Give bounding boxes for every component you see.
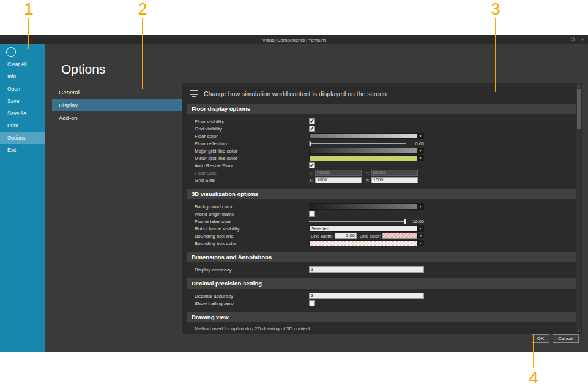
floor-reflection-slider[interactable]: 0.00 [309,141,424,146]
dialog-footer: OK Cancel [532,334,579,343]
sidebar-item-save[interactable]: Save [0,95,45,107]
scrollbar-thumb[interactable] [577,89,581,129]
decimal-rows: Decimal accuracy 3 Show trailing zero ✓ [187,292,424,307]
file-menu-sidebar: ← Clear All Info Open Save Save As Print… [0,44,45,352]
grid-visibility-checkbox[interactable]: ✓ [309,126,315,132]
show-trailing-zero-label: Show trailing zero [195,301,309,306]
row-bounding-box-line: Bounding box line Line width: 2.00 Line … [195,232,424,240]
sidebar-item-exit[interactable]: Exit [0,144,45,156]
chevron-down-icon[interactable]: ▼ [417,226,423,231]
slider-track[interactable] [309,221,406,222]
grid-size-y-field[interactable]: 1000 [371,177,418,183]
floor-size-x-field: 50000 [315,170,362,176]
chevron-down-icon[interactable]: ▼ [417,148,423,153]
major-grid-color-swatch [310,148,417,153]
annotation-line-2 [142,18,143,89]
annotation-line-3 [495,18,496,92]
display-accuracy-label: Display accuracy [195,267,309,273]
chevron-down-icon[interactable]: ▼ [417,204,423,209]
chevron-down-icon[interactable]: ▼ [417,134,423,138]
display-accuracy-field[interactable]: 1 [309,266,424,273]
sidebar-item-open[interactable]: Open [0,83,45,95]
row-background-color: Background color ▼ [195,203,424,210]
floor-color-swatch [310,134,417,138]
display-icon [190,90,198,97]
auto-resize-floor-checkbox[interactable]: ✓ [309,162,315,168]
floor-reflection-label: Floor reflection [195,141,309,146]
viz-options-rows: Background color ▼ World origin frame ✓ … [187,203,424,247]
background-color-swatch [310,204,417,209]
back-button[interactable]: ← [6,47,16,57]
background-color-picker[interactable]: ▼ [309,203,424,210]
panel-scrollbar[interactable]: ▲ ▼ [576,83,581,333]
row-grid-visibility: Grid visibility ✓ [195,125,424,132]
sidebar-item-save-as[interactable]: Save As [0,107,45,119]
scroll-down-icon[interactable]: ▼ [578,328,581,333]
section-drawing-view: Drawing view [187,312,576,322]
window-controls: — ❐ ✕ [560,35,584,44]
line-width-label: Line width: [311,233,333,239]
major-grid-color-picker[interactable]: ▼ [309,148,424,154]
sidebar-item-options[interactable]: Options [0,132,45,144]
auto-resize-floor-label: Auto Resize Floor [195,163,309,168]
floor-color-picker[interactable]: ▼ [309,133,424,139]
x-label: X: [309,178,313,183]
close-icon[interactable]: ✕ [581,37,584,42]
world-origin-frame-checkbox[interactable]: ✓ [309,211,315,217]
minimize-icon[interactable]: — [560,37,565,42]
row-auto-resize-floor: Auto Resize Floor ✓ [195,162,424,169]
chevron-down-icon[interactable]: ▼ [417,241,423,246]
frame-label-size-slider[interactable]: 10.00 [309,219,424,224]
check-icon: ✓ [310,118,314,124]
annotation-4: 4 [529,369,538,387]
section-floor-display-options: Floor display options [187,104,576,114]
annotation-line-4 [533,334,534,368]
cancel-button[interactable]: Cancel [553,334,579,343]
floor-color-label: Floor color [195,134,309,139]
frame-label-size-label: Frame label size [195,219,309,224]
row-grid-size: Grid Size X: 1000 Y: 1000 [195,176,424,184]
floor-visibility-checkbox[interactable]: ✓ [309,118,315,124]
x-label: X: [309,170,313,176]
slider-track[interactable] [309,143,406,144]
maximize-icon[interactable]: ❐ [571,37,575,42]
minor-grid-color-picker[interactable]: ▼ [309,155,424,161]
options-nav-general[interactable]: General [52,86,182,99]
world-origin-frame-label: World origin frame [195,211,309,217]
grid-visibility-label: Grid visibility [195,126,309,132]
line-color-swatch[interactable] [382,233,417,239]
grid-size-x-field[interactable]: 1000 [315,177,362,183]
decimal-accuracy-field[interactable]: 3 [309,293,424,299]
line-width-field[interactable]: 2.00 [335,233,357,239]
row-minor-grid-line-color: Minor grid line color ▼ [195,154,424,162]
robot-frame-visibility-select[interactable]: Selected ▼ [309,225,424,232]
display-settings-panel: Change how simulation world content is d… [182,83,582,334]
background-color-label: Background color [195,204,309,210]
scroll-up-icon[interactable]: ▲ [578,83,581,88]
row-floor-color: Floor color ▼ [195,132,424,140]
row-bounding-box-color: Bounding box color ▼ [195,240,424,247]
scrollbar-track[interactable] [576,88,581,328]
sidebar-item-print[interactable]: Print [0,119,45,132]
bounding-box-color-picker[interactable]: ▼ [309,240,424,246]
row-floor-size: Floor Size X: 50000 Y: 50000 [195,169,424,176]
slider-handle[interactable] [404,219,406,224]
bounding-box-color-label: Bounding box color [195,241,309,246]
sidebar-item-clear-all[interactable]: Clear All [0,58,45,70]
row-floor-visibility: Floor visibility ✓ [195,118,424,125]
section-dimensions-annotations: Dimensions and Annotations [187,252,576,262]
check-icon: ✓ [310,162,314,168]
options-nav-display[interactable]: Display [52,99,182,111]
chevron-down-icon[interactable]: ▼ [417,234,424,238]
sidebar-item-info[interactable]: Info [0,70,45,83]
slider-handle[interactable] [309,141,311,146]
row-decimal-accuracy: Decimal accuracy 3 [195,292,424,300]
annotation-3: 3 [491,1,501,18]
chevron-down-icon[interactable]: ▼ [417,156,423,161]
show-trailing-zero-checkbox[interactable]: ✓ [309,300,315,306]
decimal-accuracy-label: Decimal accuracy [195,293,309,299]
panel-description: Change how simulation world content is d… [204,90,387,97]
floor-visibility-label: Floor visibility [195,119,309,124]
grid-size-label: Grid Size [195,178,309,183]
options-nav-addon[interactable]: Add-on [52,111,182,124]
